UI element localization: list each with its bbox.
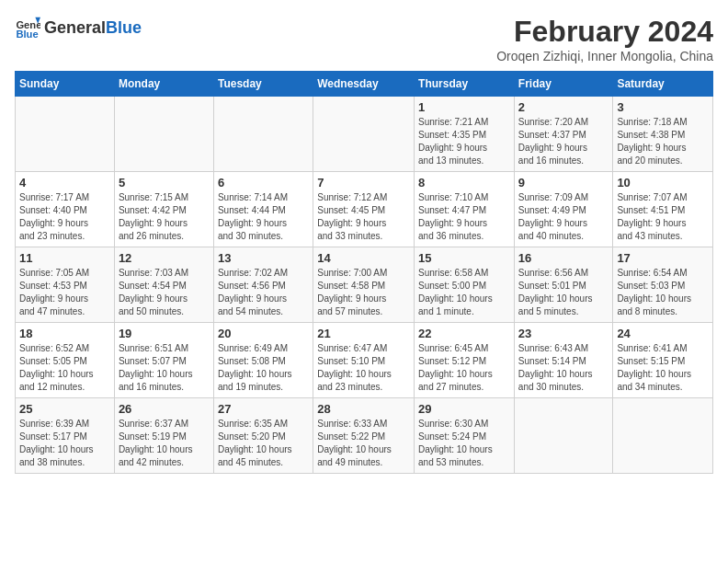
day-number: 3 <box>617 100 709 114</box>
calendar-cell <box>114 97 213 172</box>
day-number: 19 <box>119 327 210 340</box>
day-info: Sunrise: 6:35 AM Sunset: 5:20 PM Dayligh… <box>218 418 309 469</box>
day-number: 24 <box>617 327 709 340</box>
weekday-header: Tuesday <box>213 72 313 97</box>
calendar-cell: 8Sunrise: 7:10 AM Sunset: 4:47 PM Daylig… <box>415 172 515 247</box>
day-info: Sunrise: 7:20 AM Sunset: 4:37 PM Dayligh… <box>518 116 609 167</box>
weekday-header: Friday <box>514 72 613 97</box>
day-info: Sunrise: 6:45 AM Sunset: 5:12 PM Dayligh… <box>418 342 510 394</box>
calendar-cell: 12Sunrise: 7:03 AM Sunset: 4:54 PM Dayli… <box>114 247 213 323</box>
calendar-table: SundayMondayTuesdayWednesdayThursdayFrid… <box>15 71 713 474</box>
calendar-title-section: February 2024 Oroqen Zizhiqi, Inner Mong… <box>496 15 713 63</box>
calendar-week-row: 4Sunrise: 7:17 AM Sunset: 4:40 PM Daylig… <box>16 172 713 247</box>
day-info: Sunrise: 7:07 AM Sunset: 4:51 PM Dayligh… <box>617 191 709 243</box>
calendar-cell <box>213 97 313 172</box>
calendar-cell: 10Sunrise: 7:07 AM Sunset: 4:51 PM Dayli… <box>613 172 713 247</box>
day-info: Sunrise: 6:41 AM Sunset: 5:15 PM Dayligh… <box>617 342 709 394</box>
svg-text:Blue: Blue <box>16 29 38 40</box>
day-info: Sunrise: 7:03 AM Sunset: 4:54 PM Dayligh… <box>119 267 210 318</box>
day-number: 20 <box>218 327 309 340</box>
day-info: Sunrise: 6:39 AM Sunset: 5:17 PM Dayligh… <box>19 418 110 469</box>
calendar-cell: 9Sunrise: 7:09 AM Sunset: 4:49 PM Daylig… <box>514 172 613 247</box>
calendar-cell: 27Sunrise: 6:35 AM Sunset: 5:20 PM Dayli… <box>213 398 313 474</box>
calendar-cell: 26Sunrise: 6:37 AM Sunset: 5:19 PM Dayli… <box>114 398 213 474</box>
day-number: 2 <box>518 100 609 114</box>
day-info: Sunrise: 7:14 AM Sunset: 4:44 PM Dayligh… <box>218 191 309 243</box>
calendar-week-row: 18Sunrise: 6:52 AM Sunset: 5:05 PM Dayli… <box>16 323 713 398</box>
weekday-header: Wednesday <box>313 72 415 97</box>
calendar-cell: 20Sunrise: 6:49 AM Sunset: 5:08 PM Dayli… <box>213 323 313 398</box>
day-number: 27 <box>218 402 309 416</box>
calendar-cell: 24Sunrise: 6:41 AM Sunset: 5:15 PM Dayli… <box>613 323 713 398</box>
day-info: Sunrise: 6:56 AM Sunset: 5:01 PM Dayligh… <box>518 267 609 318</box>
calendar-cell: 4Sunrise: 7:17 AM Sunset: 4:40 PM Daylig… <box>16 172 115 247</box>
day-number: 12 <box>119 251 210 265</box>
day-info: Sunrise: 7:02 AM Sunset: 4:56 PM Dayligh… <box>218 267 309 318</box>
day-info: Sunrise: 7:09 AM Sunset: 4:49 PM Dayligh… <box>518 191 609 243</box>
day-info: Sunrise: 7:05 AM Sunset: 4:53 PM Dayligh… <box>19 267 110 318</box>
weekday-header-row: SundayMondayTuesdayWednesdayThursdayFrid… <box>16 72 713 97</box>
calendar-cell: 22Sunrise: 6:45 AM Sunset: 5:12 PM Dayli… <box>415 323 515 398</box>
day-info: Sunrise: 6:43 AM Sunset: 5:14 PM Dayligh… <box>518 342 609 394</box>
day-number: 22 <box>418 327 510 340</box>
calendar-cell: 28Sunrise: 6:33 AM Sunset: 5:22 PM Dayli… <box>313 398 415 474</box>
day-info: Sunrise: 6:47 AM Sunset: 5:10 PM Dayligh… <box>317 342 410 394</box>
day-number: 11 <box>19 251 110 265</box>
day-info: Sunrise: 7:17 AM Sunset: 4:40 PM Dayligh… <box>19 191 110 243</box>
calendar-cell <box>16 97 115 172</box>
calendar-cell: 25Sunrise: 6:39 AM Sunset: 5:17 PM Dayli… <box>16 398 115 474</box>
calendar-cell <box>613 398 713 474</box>
day-number: 23 <box>518 327 609 340</box>
calendar-cell: 5Sunrise: 7:15 AM Sunset: 4:42 PM Daylig… <box>114 172 213 247</box>
calendar-cell <box>514 398 613 474</box>
calendar-cell: 13Sunrise: 7:02 AM Sunset: 4:56 PM Dayli… <box>213 247 313 323</box>
weekday-header: Sunday <box>16 72 115 97</box>
day-number: 28 <box>317 402 410 416</box>
calendar-week-row: 1Sunrise: 7:21 AM Sunset: 4:35 PM Daylig… <box>16 97 713 172</box>
day-info: Sunrise: 6:54 AM Sunset: 5:03 PM Dayligh… <box>617 267 709 318</box>
day-info: Sunrise: 6:51 AM Sunset: 5:07 PM Dayligh… <box>119 342 210 394</box>
day-number: 25 <box>19 402 110 416</box>
day-number: 13 <box>218 251 309 265</box>
day-number: 1 <box>418 100 510 114</box>
calendar-cell: 7Sunrise: 7:12 AM Sunset: 4:45 PM Daylig… <box>313 172 415 247</box>
weekday-header: Monday <box>114 72 213 97</box>
calendar-cell: 16Sunrise: 6:56 AM Sunset: 5:01 PM Dayli… <box>514 247 613 323</box>
day-number: 10 <box>617 176 709 190</box>
day-number: 21 <box>317 327 410 340</box>
day-info: Sunrise: 7:18 AM Sunset: 4:38 PM Dayligh… <box>617 116 709 167</box>
day-info: Sunrise: 6:52 AM Sunset: 5:05 PM Dayligh… <box>19 342 110 394</box>
logo-blue-text: Blue <box>106 18 142 38</box>
day-number: 26 <box>119 402 210 416</box>
calendar-cell: 14Sunrise: 7:00 AM Sunset: 4:58 PM Dayli… <box>313 247 415 323</box>
calendar-cell: 21Sunrise: 6:47 AM Sunset: 5:10 PM Dayli… <box>313 323 415 398</box>
day-number: 7 <box>317 176 410 190</box>
calendar-week-row: 25Sunrise: 6:39 AM Sunset: 5:17 PM Dayli… <box>16 398 713 474</box>
day-info: Sunrise: 7:12 AM Sunset: 4:45 PM Dayligh… <box>317 191 410 243</box>
day-info: Sunrise: 6:58 AM Sunset: 5:00 PM Dayligh… <box>418 267 510 318</box>
logo: General Blue GeneralBlue <box>15 15 142 40</box>
day-number: 6 <box>218 176 309 190</box>
calendar-title: February 2024 <box>496 15 713 49</box>
day-number: 14 <box>317 251 410 265</box>
day-number: 17 <box>617 251 709 265</box>
weekday-header: Saturday <box>613 72 713 97</box>
day-info: Sunrise: 6:49 AM Sunset: 5:08 PM Dayligh… <box>218 342 309 394</box>
calendar-cell: 17Sunrise: 6:54 AM Sunset: 5:03 PM Dayli… <box>613 247 713 323</box>
calendar-week-row: 11Sunrise: 7:05 AM Sunset: 4:53 PM Dayli… <box>16 247 713 323</box>
day-info: Sunrise: 7:21 AM Sunset: 4:35 PM Dayligh… <box>418 116 510 167</box>
day-number: 4 <box>19 176 110 190</box>
calendar-subtitle: Oroqen Zizhiqi, Inner Mongolia, China <box>496 49 713 63</box>
day-info: Sunrise: 7:00 AM Sunset: 4:58 PM Dayligh… <box>317 267 410 318</box>
calendar-cell: 11Sunrise: 7:05 AM Sunset: 4:53 PM Dayli… <box>16 247 115 323</box>
calendar-cell: 23Sunrise: 6:43 AM Sunset: 5:14 PM Dayli… <box>514 323 613 398</box>
calendar-cell: 29Sunrise: 6:30 AM Sunset: 5:24 PM Dayli… <box>415 398 515 474</box>
logo-icon: General Blue <box>15 15 40 40</box>
day-info: Sunrise: 6:30 AM Sunset: 5:24 PM Dayligh… <box>418 418 510 469</box>
calendar-cell: 15Sunrise: 6:58 AM Sunset: 5:00 PM Dayli… <box>415 247 515 323</box>
calendar-cell: 1Sunrise: 7:21 AM Sunset: 4:35 PM Daylig… <box>415 97 515 172</box>
day-info: Sunrise: 6:33 AM Sunset: 5:22 PM Dayligh… <box>317 418 410 469</box>
calendar-cell: 3Sunrise: 7:18 AM Sunset: 4:38 PM Daylig… <box>613 97 713 172</box>
day-number: 29 <box>418 402 510 416</box>
day-number: 15 <box>418 251 510 265</box>
